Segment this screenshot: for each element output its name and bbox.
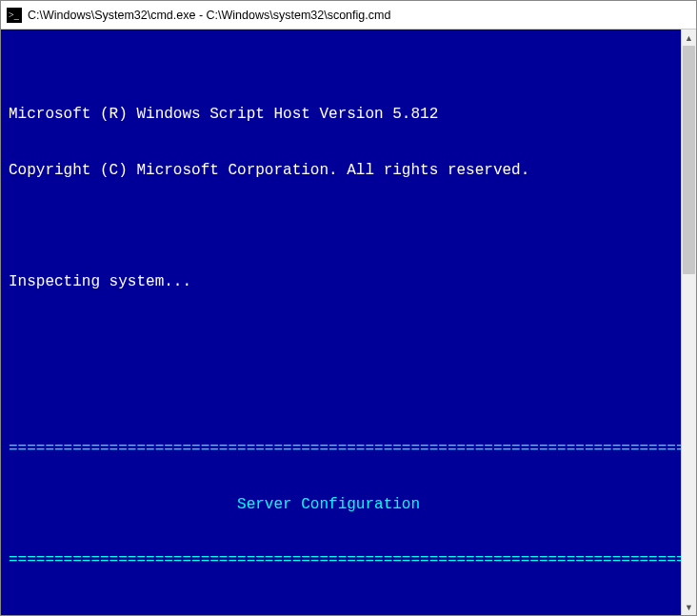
scroll-thumb[interactable] [683, 46, 695, 274]
cmd-window: >_ C:\Windows\System32\cmd.exe - C:\Wind… [0, 0, 697, 616]
blank-line [9, 385, 681, 404]
scroll-up-arrow-icon[interactable]: ▲ [682, 30, 696, 46]
blank-line [9, 328, 681, 348]
script-host-version: Microsoft (R) Windows Script Host Versio… [9, 106, 681, 125]
separator-bottom: ========================================… [9, 551, 681, 570]
blank-line [9, 607, 681, 616]
inspecting-line: Inspecting system... [9, 273, 681, 292]
scroll-down-arrow-icon[interactable]: ▼ [682, 599, 696, 615]
cmd-icon: >_ [7, 8, 22, 23]
blank-line [9, 217, 681, 236]
separator-top: ========================================… [9, 440, 681, 459]
section-title: Server Configuration [9, 496, 681, 515]
console-area[interactable]: Microsoft (R) Windows Script Host Versio… [1, 30, 696, 615]
svg-text:>_: >_ [9, 10, 20, 20]
copyright-line: Copyright (C) Microsoft Corporation. All… [9, 162, 681, 181]
titlebar-text: C:\Windows\System32\cmd.exe - C:\Windows… [28, 9, 390, 22]
vertical-scrollbar[interactable]: ▲ ▼ [681, 30, 696, 615]
titlebar[interactable]: >_ C:\Windows\System32\cmd.exe - C:\Wind… [1, 1, 696, 30]
